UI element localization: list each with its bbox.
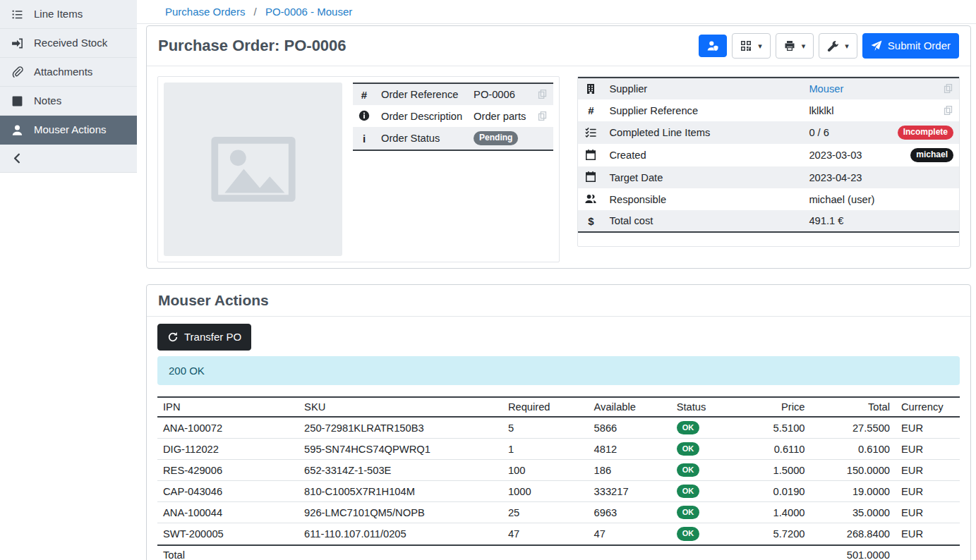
detail-label: Supplier (603, 78, 803, 99)
user-badge: michael (910, 148, 953, 162)
refresh-icon (167, 331, 179, 343)
table-row: ANA-100072 250-72981KLRATR150B3 5 5866 O… (157, 417, 960, 439)
detail-row-responsible: Responsible michael (user) (578, 188, 959, 210)
currency-cell: EUR (896, 417, 960, 439)
status-cell: OK (671, 460, 729, 481)
col-header-currency: Currency (896, 397, 960, 417)
status-cell: OK (671, 481, 729, 502)
supplier-link[interactable]: Mouser (803, 78, 891, 99)
ipn-cell: ANA-100072 (157, 417, 299, 439)
detail-label: Total cost (603, 210, 803, 232)
available-cell: 333217 (589, 481, 671, 502)
sidebar-item-received-stock[interactable]: Received Stock (0, 29, 137, 58)
copy-icon[interactable] (943, 83, 953, 95)
ipn-cell: SWT-200005 (157, 523, 299, 545)
mouser-actions-body: Transfer PO 200 OK IPN SKU Require (147, 317, 970, 560)
print-actions-button[interactable]: ▾ (776, 33, 814, 59)
copy-icon[interactable] (943, 105, 953, 116)
table-row: DIG-112022 595-SN74HCS74QPWRQ1 1 4812 OK… (157, 439, 960, 460)
detail-row-target-date: Target Date 2023-04-23 (578, 166, 959, 188)
required-cell: 25 (502, 502, 589, 523)
barcode-actions-button[interactable]: ▾ (732, 33, 771, 59)
detail-value: Order parts (468, 105, 531, 127)
breadcrumb-link-current-order[interactable]: PO-0006 - Mouser (265, 6, 352, 18)
supplier-details-box: Supplier Mouser # Supplier Reference lkl… (577, 76, 960, 247)
detail-row-supplier: Supplier Mouser (578, 78, 959, 99)
hash-icon: # (359, 89, 370, 101)
currency-cell: EUR (896, 502, 960, 523)
supplier-details-table: Supplier Mouser # Supplier Reference lkl… (578, 77, 959, 233)
chevron-down-icon: ▾ (758, 39, 762, 53)
total-cell: 0.6100 (811, 439, 896, 460)
submit-order-button[interactable]: Submit Order (862, 33, 959, 59)
user-roles-button[interactable] (699, 35, 727, 57)
sidebar-item-line-items[interactable]: Line Items (0, 0, 137, 29)
detail-label: Target Date (603, 166, 803, 188)
sidebar-item-notes[interactable]: Notes (0, 87, 137, 116)
ok-badge: OK (677, 527, 700, 540)
detail-row-order-description: Order Description Order parts (353, 105, 553, 127)
price-cell: 0.0190 (729, 481, 811, 502)
sidebar-item-label: Line Items (34, 7, 83, 21)
price-cell: 1.4000 (729, 502, 811, 523)
paperclip-icon (11, 66, 23, 78)
status-badge-pending: Pending (474, 131, 518, 145)
sidebar-item-mouser-actions[interactable]: Mouser Actions (0, 116, 137, 145)
dollar-icon: $ (585, 215, 596, 227)
sku-cell: 810-C1005X7R1H104M (299, 481, 502, 502)
detail-label: Created (603, 144, 803, 166)
col-header-available: Available (589, 397, 671, 417)
table-row: ANA-100044 926-LMC7101QM5/NOPB 25 6963 O… (157, 502, 960, 523)
currency-cell: EUR (896, 460, 960, 481)
detail-label: Order Description (375, 105, 468, 127)
total-cell: 19.0000 (811, 481, 896, 502)
results-table: IPN SKU Required Available Status Price … (157, 396, 960, 560)
wrench-icon (827, 40, 838, 51)
info-circle-icon (359, 110, 370, 121)
ok-badge: OK (677, 506, 700, 519)
col-header-sku: SKU (299, 397, 502, 417)
paper-plane-icon (871, 40, 882, 51)
transfer-po-button[interactable]: Transfer PO (157, 324, 251, 351)
required-cell: 47 (502, 523, 589, 545)
col-header-ipn: IPN (157, 397, 299, 417)
sidebar-item-attachments[interactable]: Attachments (0, 58, 137, 87)
col-header-price: Price (729, 397, 811, 417)
sidebar-item-label: Attachments (34, 65, 92, 79)
available-cell: 47 (589, 523, 671, 545)
sku-cell: 926-LMC7101QM5/NOPB (299, 502, 502, 523)
order-image-placeholder[interactable] (164, 83, 342, 256)
ok-badge: OK (677, 442, 700, 456)
order-panel-header: Purchase Order: PO-0006 ▾ ▾ (147, 26, 970, 66)
status-cell: OK (671, 439, 729, 460)
note-icon (11, 95, 23, 107)
table-row: RES-429006 652-3314Z-1-503E 100 186 OK 1… (157, 460, 960, 481)
currency-cell: EUR (896, 523, 960, 545)
detail-row-total-cost: $ Total cost 491.1 € (578, 210, 959, 232)
available-cell: 6963 (589, 502, 671, 523)
ipn-cell: CAP-043046 (157, 481, 299, 502)
breadcrumb-link-purchase-orders[interactable]: Purchase Orders (165, 6, 245, 18)
sku-cell: 250-72981KLRATR150B3 (299, 417, 502, 439)
detail-value: 2023-03-03 (803, 144, 891, 166)
footer-total-label: Total (157, 545, 299, 560)
transfer-po-label: Transfer PO (184, 330, 241, 344)
section-title: Mouser Actions (158, 292, 269, 309)
detail-row-order-reference: # Order Reference PO-0006 (353, 83, 553, 105)
copy-icon[interactable] (537, 89, 548, 100)
price-cell: 0.6110 (729, 439, 811, 460)
order-details-table: # Order Reference PO-0006 Order Descript… (353, 83, 553, 151)
users-icon (585, 193, 596, 205)
required-cell: 1000 (502, 481, 589, 502)
order-options-button[interactable]: ▾ (819, 33, 857, 59)
copy-icon[interactable] (537, 111, 548, 122)
incomplete-badge: Incomplete (898, 126, 953, 140)
sidebar-collapse-button[interactable] (0, 145, 137, 172)
detail-value: michael (user) (803, 188, 891, 210)
list-icon (11, 8, 23, 20)
chevron-down-icon: ▾ (845, 39, 849, 53)
total-cell: 268.8400 (811, 523, 896, 545)
footer-total-value: 501.0000 (811, 545, 896, 560)
currency-cell: EUR (896, 439, 960, 460)
sidebar-item-label: Mouser Actions (34, 123, 107, 137)
